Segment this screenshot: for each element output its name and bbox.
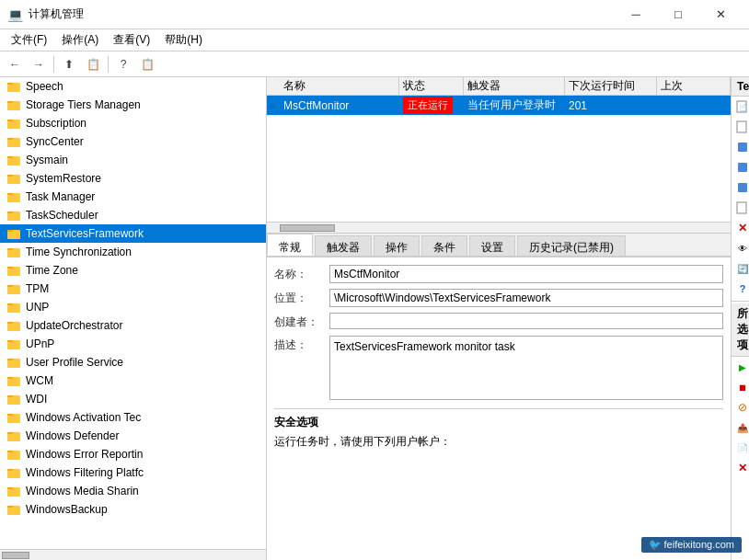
action-delete2[interactable]: ✕ 删除 [732, 458, 749, 478]
tree-label: TPM [26, 282, 49, 295]
svg-rect-43 [7, 469, 13, 471]
tab-actions[interactable]: 操作 [374, 235, 420, 256]
tree-item-taskscheduler[interactable]: TaskScheduler [0, 206, 266, 224]
action-help[interactable]: ? 帮助 [732, 279, 749, 299]
tree-item-winfilter[interactable]: Windows Filtering Platfc [0, 463, 266, 482]
detail-desc-box[interactable] [329, 336, 723, 400]
action-end[interactable]: ⏹ 结束... [732, 377, 749, 397]
tree-item-systemrestore[interactable]: SystemRestore [0, 169, 266, 188]
detail-creator-label: 创建者： [274, 313, 329, 330]
detail-name-box: MsCtfMonitor [329, 265, 723, 283]
tree-label: Time Synchronization [26, 246, 132, 258]
task-row-msctfmonitor[interactable]: ▶ MsCtfMonitor 正在运行 当任何用户登录时 201 [267, 96, 731, 116]
tab-history[interactable]: 历史记录(已禁用) [517, 235, 626, 256]
tab-triggers[interactable]: 触发器 [315, 235, 372, 256]
folder-icon [7, 245, 22, 259]
tree-label: SystemRestore [26, 172, 101, 185]
action-scroll[interactable]: TextSe... ▲ 📄 创... 创... [732, 77, 749, 560]
detail-location-value: \Microsoft\Windows\TextServicesFramework [329, 289, 723, 307]
tree-item-wdi[interactable]: WDI [0, 390, 266, 408]
folder-icon [7, 392, 22, 406]
detail-name-row: 名称： MsCtfMonitor [274, 265, 723, 283]
close-button[interactable]: ✕ [699, 0, 742, 29]
tree-item-taskmanager[interactable]: Task Manager [0, 188, 266, 206]
menu-action[interactable]: 操作(A) [54, 30, 106, 50]
help-icon: ? [735, 281, 749, 296]
tree-label: UNP [26, 301, 49, 314]
tree-item-windefender[interactable]: Windows Defender [0, 427, 266, 445]
folder-icon [7, 263, 22, 278]
action-create2[interactable]: 创... [732, 117, 749, 137]
action-view[interactable]: 👁 查看 ▶ [732, 238, 749, 258]
tree-item-sysmain[interactable]: Sysmain [0, 151, 266, 169]
tree-item-synccenter[interactable]: SyncCenter [0, 132, 266, 151]
tree-item-winbackup[interactable]: WindowsBackup [0, 500, 266, 519]
action-export2[interactable]: 📤 导... [732, 417, 749, 438]
tree-item-updateorch[interactable]: UpdateOrchestrator [0, 316, 266, 335]
detail-scroll[interactable]: 名称： MsCtfMonitor 位置： \Microsoft\Windows\… [267, 257, 731, 560]
action-section2-title: 所选项 ▲ [732, 303, 749, 357]
tree-item-winactivation[interactable]: Windows Activation Tec [0, 408, 266, 427]
col-header-name[interactable]: 名称 [280, 77, 399, 95]
end-icon: ⏹ [735, 380, 749, 394]
tree-item-wcm[interactable]: WCM [0, 371, 266, 390]
tree-scroll[interactable]: Speech Storage Tiers Managen Subscriptio… [0, 77, 266, 549]
action-show1[interactable]: 显... [732, 157, 749, 177]
export2-icon: 📤 [735, 420, 749, 435]
toolbar-forward[interactable]: → [28, 54, 50, 74]
toolbar-show-hide[interactable]: 📋 [82, 54, 104, 74]
menu-help[interactable]: 帮助(H) [157, 30, 210, 50]
menu-view[interactable]: 查看(V) [106, 30, 157, 50]
tree-item-userprofile[interactable]: User Profile Service [0, 353, 266, 371]
col-header-trigger[interactable]: 触发器 [464, 77, 565, 95]
action-run[interactable]: ▶ 运行 [732, 357, 749, 377]
tree-label: User Profile Service [26, 356, 123, 369]
tab-settings[interactable]: 设置 [469, 235, 515, 256]
detail-creator-box [329, 313, 723, 329]
action-refresh[interactable]: 🔄 刷新 [732, 258, 749, 279]
minimize-button[interactable]: ─ [615, 0, 657, 29]
folder-icon [7, 116, 22, 131]
svg-rect-52 [738, 163, 747, 172]
tab-conditions[interactable]: 条件 [421, 235, 467, 256]
folder-icon [7, 97, 22, 112]
toolbar-sep2 [108, 56, 109, 73]
tree-item-upnp[interactable]: UPnP [0, 335, 266, 353]
menu-bar: 文件(F) 操作(A) 查看(V) 帮助(H) [0, 29, 749, 51]
tree-item-tpm[interactable]: TPM [0, 280, 266, 298]
tree-item-textservices[interactable]: TextServicesFramework [0, 224, 266, 243]
tab-general[interactable]: 常规 [267, 234, 313, 256]
toolbar-extra[interactable]: 📋 [136, 54, 158, 74]
tree-item-speech[interactable]: Speech [0, 77, 266, 96]
action-new1[interactable]: 新... [732, 198, 749, 218]
maximize-button[interactable]: □ [657, 0, 699, 29]
action-properties[interactable]: 📄 属性 [732, 438, 749, 458]
action-create1[interactable]: 📄 创... [732, 97, 749, 117]
tree-item-timezone[interactable]: Time Zone [0, 261, 266, 280]
action-disable[interactable]: ⊘ 禁用 [732, 397, 749, 417]
task-hscroll[interactable] [267, 222, 731, 233]
tree-item-unp[interactable]: UNP [0, 298, 266, 316]
tree-hscroll[interactable] [0, 549, 266, 560]
svg-rect-29 [7, 340, 13, 342]
col-header-lastrun[interactable]: 上次 [657, 77, 731, 95]
task-list-scroll[interactable]: ▶ MsCtfMonitor 正在运行 当任何用户登录时 201 [267, 96, 731, 222]
middle-panel: 名称 状态 触发器 下次运行时间 上次 ▶ MsCtfMonitor 正在运行 [267, 77, 731, 560]
menu-file[interactable]: 文件(F) [4, 30, 54, 50]
tree-item-subscription[interactable]: Subscription [0, 114, 266, 132]
col-header-status[interactable]: 状态 [399, 77, 464, 95]
folder-icon [7, 171, 22, 186]
action-export1[interactable]: 导... [732, 137, 749, 157]
tree-item-winerror[interactable]: Windows Error Reportin [0, 445, 266, 463]
svg-rect-31 [7, 359, 13, 360]
action-delete1[interactable]: ✕ 删除... [732, 218, 749, 238]
toolbar-help[interactable]: ? [112, 54, 134, 74]
tree-item-storage[interactable]: Storage Tiers Managen [0, 96, 266, 114]
col-header-nextrun[interactable]: 下次运行时间 [565, 77, 657, 95]
toolbar-back[interactable]: ← [4, 54, 26, 74]
detail-location-row: 位置： \Microsoft\Windows\TextServicesFrame… [274, 289, 723, 307]
tree-item-timesync[interactable]: Time Synchronization [0, 243, 266, 261]
action-enable1[interactable]: 启... [732, 177, 749, 198]
tree-item-winmedia[interactable]: Windows Media Sharin [0, 482, 266, 500]
toolbar-up[interactable]: ⬆ [58, 54, 80, 74]
